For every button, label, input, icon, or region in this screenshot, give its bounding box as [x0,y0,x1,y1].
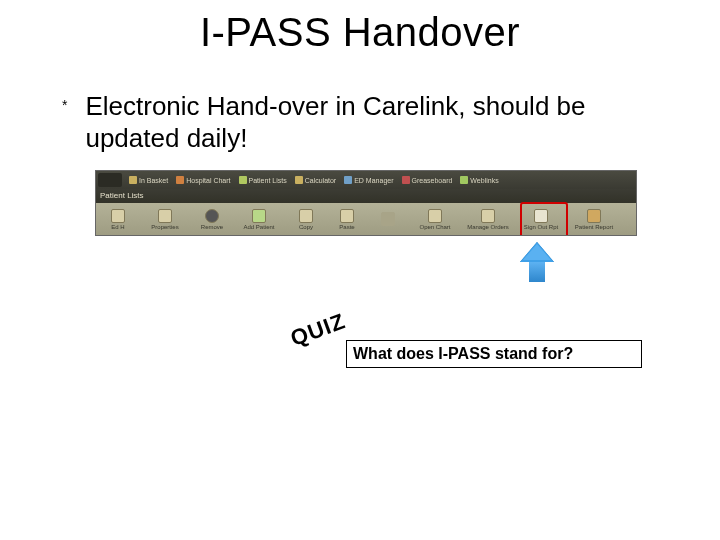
toolbar-properties: Properties [139,204,191,234]
topbar-weblinks: Weblinks [457,176,501,184]
properties-icon [158,209,172,223]
epic-logo [98,173,122,187]
topbar-greaseboard: Greaseboard [399,176,456,184]
toolbar-blank [368,204,408,234]
topbar-calculator: Calculator [292,176,340,184]
topbar-patient-lists: Patient Lists [236,176,290,184]
topbar-in-basket: In Basket [126,176,171,184]
calculator-icon [295,176,303,184]
add-patient-icon [252,209,266,223]
slide-title: I-PASS Handover [0,10,720,55]
toolbar-copy: Copy [286,204,326,234]
toolbar-patient-report: Patient Report [568,204,620,234]
arrow-up-icon [520,242,554,282]
toolbar-remove: Remove [192,204,232,234]
app-patient-tab: Patient Lists [96,189,636,203]
toolbar-ed-h: Ed H [98,204,138,234]
topbar-ed-manager: ED Manager [341,176,396,184]
bullet-row: * Electronic Hand-over in Carelink, shou… [62,90,660,154]
topbar-hospital-chart: Hospital Chart [173,176,233,184]
toolbar-paste: Paste [327,204,367,234]
toolbar-sign-out-rpt: Sign Out Rpt [515,204,567,234]
paste-icon [340,209,354,223]
orders-icon [481,209,495,223]
folder-icon [111,209,125,223]
quiz-label: QUIZ [287,308,349,352]
app-topbar: In Basket Hospital Chart Patient Lists C… [96,171,636,189]
ed-icon [344,176,352,184]
minus-icon [205,209,219,223]
toolbar-manage-orders: Manage Orders [462,204,514,234]
board-icon [402,176,410,184]
slide: I-PASS Handover * Electronic Hand-over i… [0,0,720,540]
web-icon [460,176,468,184]
bullet-text: Electronic Hand-over in Carelink, should… [85,90,660,154]
signout-icon [534,209,548,223]
quiz-question: What does I-PASS stand for? [353,345,573,363]
app-toolbar: Ed H Properties Remove Add Patient Copy … [96,203,636,235]
open-chart-icon [428,209,442,223]
chart-icon [176,176,184,184]
toolbar-open-chart: Open Chart [409,204,461,234]
list-icon [239,176,247,184]
bullet-marker: * [62,90,67,120]
mail-icon [129,176,137,184]
toolbar-add-patient: Add Patient [233,204,285,234]
quiz-question-box: What does I-PASS stand for? [346,340,642,368]
blank-icon [381,212,395,226]
copy-icon [299,209,313,223]
report-icon [587,209,601,223]
app-screenshot: In Basket Hospital Chart Patient Lists C… [95,170,637,236]
